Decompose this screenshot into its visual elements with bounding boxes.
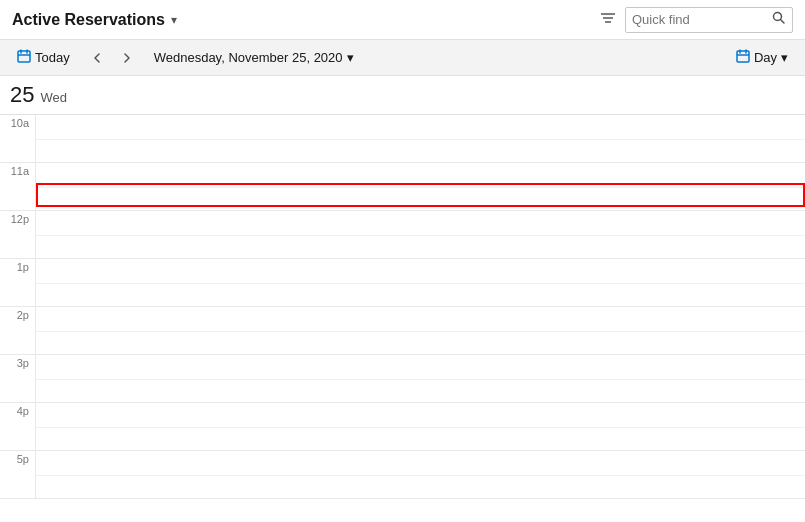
svg-rect-5 (18, 51, 30, 62)
time-label-11a: 11a (0, 163, 36, 210)
calendar-icon (17, 49, 31, 66)
time-label-12p: 12p (0, 211, 36, 258)
time-content-1p (36, 259, 805, 306)
filter-icon[interactable] (599, 9, 617, 31)
header: Active Reservations ▾ (0, 0, 805, 40)
date-label: Wednesday, November 25, 2020 (154, 50, 343, 65)
time-content-5p (36, 451, 805, 498)
next-button[interactable] (115, 46, 139, 70)
time-content-2p (36, 307, 805, 354)
page-title: Active Reservations (12, 11, 165, 29)
time-row-2p: 2p (0, 307, 805, 355)
search-icon (772, 11, 786, 28)
calendar-area: 25 Wed 10a 11a 12p 1p 2p (0, 76, 805, 522)
view-calendar-icon (736, 49, 750, 66)
time-label-5p: 5p (0, 451, 36, 498)
title-chevron-icon[interactable]: ▾ (171, 13, 177, 27)
event-highlight[interactable] (36, 183, 805, 207)
view-label: Day (754, 50, 777, 65)
day-name: Wed (40, 90, 67, 105)
time-label-1p: 1p (0, 259, 36, 306)
day-header: 25 Wed (0, 76, 805, 115)
time-content-11a[interactable] (36, 163, 805, 210)
prev-button[interactable] (85, 46, 109, 70)
time-row-3p: 3p (0, 355, 805, 403)
time-content-3p (36, 355, 805, 402)
time-content-10a (36, 115, 805, 162)
time-label-10a: 10a (0, 115, 36, 162)
time-content-12p (36, 211, 805, 258)
date-selector[interactable]: Wednesday, November 25, 2020 ▾ (145, 46, 363, 69)
today-button[interactable]: Today (8, 45, 79, 70)
view-chevron-icon: ▾ (781, 50, 788, 65)
time-row: 10a (0, 115, 805, 163)
time-grid: 10a 11a 12p 1p 2p 3p (0, 115, 805, 522)
day-number: 25 (10, 82, 34, 108)
search-box[interactable] (625, 7, 793, 33)
date-chevron-icon: ▾ (347, 50, 354, 65)
time-row-5p: 5p (0, 451, 805, 499)
header-left: Active Reservations ▾ (12, 11, 177, 29)
time-label-2p: 2p (0, 307, 36, 354)
toolbar: Today Wednesday, November 25, 2020 ▾ Day… (0, 40, 805, 76)
svg-line-4 (781, 20, 785, 24)
time-row-4p: 4p (0, 403, 805, 451)
time-row-11a: 11a (0, 163, 805, 211)
time-content-4p (36, 403, 805, 450)
time-row-1p: 1p (0, 259, 805, 307)
time-label-4p: 4p (0, 403, 36, 450)
svg-rect-9 (737, 51, 749, 62)
search-input[interactable] (632, 12, 772, 27)
today-label: Today (35, 50, 70, 65)
header-right (599, 7, 793, 33)
time-label-3p: 3p (0, 355, 36, 402)
time-row-12p: 12p (0, 211, 805, 259)
view-selector[interactable]: Day ▾ (727, 45, 797, 70)
